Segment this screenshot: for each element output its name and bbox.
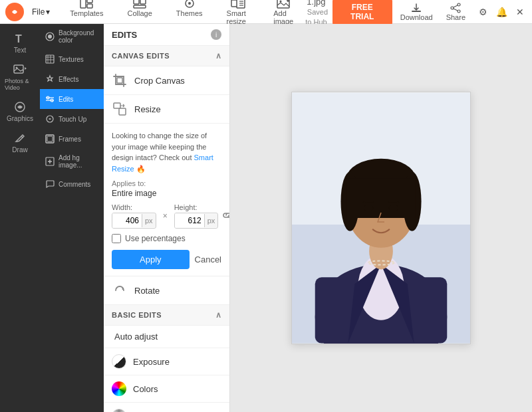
svg-point-8 — [188, 2, 191, 5]
resize-label: Resize — [134, 104, 161, 114]
basic-edits-chevron[interactable]: ∧ — [215, 310, 222, 320]
svg-point-20 — [451, 7, 454, 9]
use-percentages-label: Use percentages — [125, 234, 186, 243]
rotate-icon — [112, 282, 128, 298]
crop-canvas-item[interactable]: Crop Canvas — [104, 66, 229, 95]
frames-item[interactable]: Frames — [40, 129, 104, 149]
crop-canvas-label: Crop Canvas — [134, 76, 185, 86]
effects-item[interactable]: Effects — [40, 69, 104, 89]
canvas-edits-chevron[interactable]: ∧ — [215, 51, 222, 60]
svg-line-23 — [454, 9, 458, 11]
collage-tool[interactable]: Collage — [120, 0, 158, 27]
canvas-image-container[interactable] — [291, 92, 471, 344]
left-tool-sidebar: T Text Photos & Video Graphics Draw — [0, 24, 40, 412]
colors-item[interactable]: Colors — [104, 375, 229, 403]
apply-button[interactable]: Apply — [112, 250, 190, 269]
svg-rect-46 — [117, 78, 122, 83]
cancel-button[interactable]: Cancel — [195, 255, 221, 264]
svg-rect-1 — [80, 0, 86, 8]
canvas-edits-section-header: CANVAS EDITS ∧ — [104, 46, 229, 66]
rotate-label: Rotate — [134, 286, 160, 296]
exposure-icon — [112, 354, 126, 369]
apply-cancel-row: Apply Cancel — [112, 250, 221, 269]
info-icon[interactable]: i — [211, 29, 221, 40]
width-label: Width: — [112, 203, 156, 211]
canvas-area — [230, 24, 532, 412]
file-menu[interactable]: File ▾ — [27, 5, 55, 19]
width-input[interactable] — [112, 213, 142, 228]
add-image-tool[interactable]: Add image — [267, 0, 300, 27]
multiply-symbol: × — [160, 210, 170, 222]
touch-up-item[interactable]: Touch Up — [40, 109, 104, 129]
svg-rect-6 — [134, 5, 146, 8]
edits-item[interactable]: Edits — [40, 89, 104, 109]
sharpen-item[interactable]: Sharpen — [104, 403, 229, 412]
add-bg-image-item[interactable]: Add hg image... — [40, 149, 104, 174]
svg-rect-18 — [412, 11, 421, 12]
settings-icon[interactable]: ⚙ — [476, 5, 489, 19]
resize-icon — [112, 101, 128, 117]
exposure-item[interactable]: Exposure — [104, 348, 229, 375]
svg-line-22 — [454, 5, 458, 7]
svg-point-30 — [48, 35, 52, 39]
notification-icon[interactable]: 🔔 — [495, 5, 508, 19]
resize-section: Looking to change the size of your image… — [104, 124, 229, 276]
width-unit: px — [142, 214, 156, 227]
height-input-wrap: px — [174, 213, 219, 229]
use-percentages-row: Use percentages — [112, 234, 221, 243]
free-trial-button[interactable]: FREE TRIAL — [332, 0, 392, 25]
colors-icon — [112, 381, 126, 396]
resize-item[interactable]: Resize — [104, 95, 229, 124]
auto-adjust-label: Auto adjust — [114, 332, 158, 342]
height-label: Height: — [174, 203, 219, 211]
svg-point-21 — [458, 10, 460, 13]
svg-rect-4 — [134, 0, 139, 4]
height-unit: px — [204, 214, 218, 227]
svg-rect-47 — [114, 103, 120, 108]
text-tool[interactable]: T Text — [2, 28, 38, 58]
link-dimensions-icon[interactable] — [222, 210, 230, 223]
crop-canvas-icon — [112, 72, 128, 88]
themes-tool[interactable]: Themes — [170, 0, 209, 27]
background-color-item[interactable]: Background color — [40, 24, 104, 49]
rotate-item[interactable]: Rotate — [104, 276, 229, 305]
smart-resize-emoji: 🔥 — [136, 165, 146, 173]
svg-rect-48 — [119, 108, 126, 115]
use-percentages-checkbox[interactable] — [112, 234, 121, 243]
basic-edits-section-header: BASIC EDITS ∧ — [104, 305, 229, 326]
draw-tool[interactable]: Draw — [2, 128, 38, 157]
svg-line-28 — [21, 136, 23, 138]
panel-sidebar: Background color Textures Effects Edits … — [40, 24, 104, 412]
textures-item[interactable]: Textures — [40, 49, 104, 69]
applies-to-label: Applies to: — [112, 179, 221, 187]
canvas-image — [292, 92, 470, 344]
project-filename: Project 1.jpg — [303, 0, 329, 7]
svg-rect-42 — [47, 136, 53, 142]
svg-rect-61 — [346, 178, 415, 218]
comments-item[interactable]: Comments — [40, 174, 104, 194]
graphics-tool[interactable]: Graphics — [2, 96, 38, 126]
width-group: Width: px — [112, 203, 156, 229]
edits-panel-header: EDITS i — [104, 24, 229, 46]
share-button[interactable]: Share — [441, 1, 471, 23]
photos-video-tool[interactable]: Photos & Video — [2, 59, 38, 95]
sharpen-icon — [112, 409, 126, 412]
top-bar: File ▾ Templates Collage Themes Smart re… — [0, 0, 532, 24]
smart-resize-tool[interactable]: Smart resize — [220, 0, 257, 27]
svg-point-63 — [389, 205, 398, 211]
download-button[interactable]: Download — [395, 1, 438, 23]
dimensions-row: Width: px × Height: px — [112, 203, 221, 229]
top-tools: Templates Collage Themes Smart resize Ad… — [63, 0, 300, 27]
auto-adjust-item[interactable]: Auto adjust — [104, 326, 229, 348]
edits-panel-title: EDITS — [112, 30, 137, 40]
close-icon[interactable]: ✕ — [513, 5, 527, 19]
templates-tool[interactable]: Templates — [63, 0, 110, 27]
svg-text:T: T — [15, 33, 22, 45]
width-input-wrap: px — [112, 213, 156, 229]
height-input[interactable] — [175, 213, 204, 228]
colors-label: Colors — [133, 384, 158, 394]
svg-rect-3 — [87, 4, 92, 8]
svg-rect-2 — [87, 0, 92, 3]
svg-rect-31 — [46, 55, 54, 63]
resize-description: Looking to change the size of your image… — [112, 130, 221, 174]
